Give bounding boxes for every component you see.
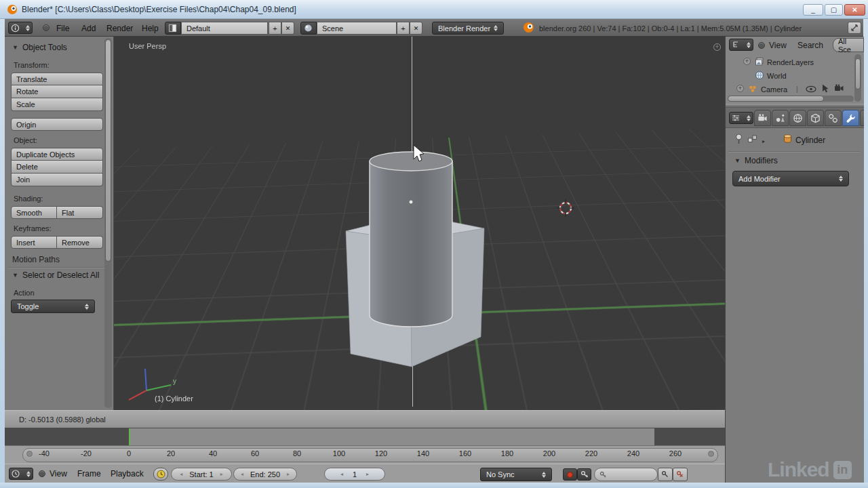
header-collapse-toggle[interactable]	[43, 24, 50, 31]
titlebar[interactable]: Blender* [C:\Users\Class\Desktop\Exercis…	[0, 0, 868, 19]
scrollbar-zoom-handle-left[interactable]	[26, 451, 33, 457]
duplicate-objects-button[interactable]: Duplicate Objects	[11, 148, 103, 161]
outliner-vscrollbar-thumb[interactable]	[855, 58, 861, 89]
expand-icon[interactable]: +	[736, 85, 744, 92]
smooth-button[interactable]: Smooth	[11, 206, 57, 219]
breadcrumb-object-name[interactable]: Cylinder	[795, 136, 825, 145]
decrement-arrow-icon[interactable]: ◂	[340, 471, 343, 477]
insert-keyframe-button[interactable]: Insert	[11, 236, 57, 249]
editor-type-button-timeline[interactable]	[9, 468, 33, 480]
cylinder-object[interactable]	[370, 152, 452, 327]
tab-scene[interactable]	[772, 110, 789, 126]
scene-delete-button[interactable]: ✕	[410, 22, 422, 35]
timeline-editor: -40 -20 0 20 40 60 80 100 120 140 160 18…	[5, 428, 725, 483]
outliner-display-mode-select[interactable]: All Sce	[833, 38, 864, 52]
flat-button[interactable]: Flat	[57, 206, 103, 219]
minimize-button[interactable]: _	[803, 4, 823, 16]
sync-mode-select[interactable]: No Sync	[480, 468, 552, 481]
timeline-menu-frame[interactable]: Frame	[77, 469, 101, 479]
tab-render[interactable]	[754, 110, 771, 126]
viewport-3d[interactable]: User Persp (1) Cylinder y +	[114, 37, 725, 410]
menu-help[interactable]: Help	[142, 24, 159, 33]
outliner-menu-view[interactable]: View	[769, 41, 787, 50]
decrement-arrow-icon[interactable]: ◂	[241, 471, 243, 477]
motion-paths-button[interactable]: Motion Paths	[12, 255, 60, 264]
renderability-camera-icon[interactable]	[834, 84, 844, 92]
scale-button[interactable]: Scale	[11, 98, 103, 111]
scene-add-button[interactable]: +	[397, 22, 410, 35]
outliner-menu-search[interactable]: Search	[797, 41, 823, 50]
layout-add-button[interactable]: +	[269, 22, 281, 35]
outliner-item-world[interactable]: World	[767, 72, 787, 80]
time-toggle-button[interactable]	[153, 468, 168, 481]
editor-type-button-info[interactable]	[8, 22, 33, 34]
expand-icon[interactable]: +	[743, 58, 751, 65]
sync-stepper	[542, 472, 546, 478]
insert-keyframes-button[interactable]	[658, 468, 673, 481]
auto-keyframe-record-button[interactable]	[563, 468, 577, 481]
header-collapse-toggle[interactable]	[39, 470, 45, 477]
screen-layout-field[interactable]: Default	[181, 22, 268, 35]
menu-render[interactable]: Render	[106, 24, 133, 33]
remove-keyframe-button[interactable]: Remove	[57, 236, 103, 249]
maximize-button[interactable]: ▢	[825, 4, 843, 16]
editor-type-button-outliner[interactable]	[729, 39, 753, 51]
timeline-menu-playback[interactable]: Playback	[111, 469, 144, 479]
window-duplicate-button[interactable]	[848, 22, 861, 34]
selectable-cursor-icon[interactable]	[822, 84, 829, 93]
delete-button[interactable]: Delete	[11, 161, 103, 174]
editor-type-stepper	[26, 25, 30, 31]
outliner-item-renderlayers[interactable]: RenderLayers	[767, 58, 814, 66]
render-engine-select[interactable]: Blender Render	[432, 22, 504, 35]
tab-object-data[interactable]	[860, 110, 864, 126]
end-frame-field[interactable]: ◂ End: 250 ▸	[233, 468, 297, 481]
select-deselect-panel-title[interactable]: Select or Deselect All	[22, 270, 99, 280]
current-frame-cursor[interactable]	[129, 428, 130, 445]
panel-collapse-icon[interactable]: ▼	[12, 44, 18, 51]
modifiers-collapse-icon[interactable]: ▼	[734, 157, 741, 164]
current-frame-field[interactable]: ◂ 1 ▸	[324, 468, 385, 481]
scene-icon-button[interactable]	[300, 22, 317, 35]
scene-field[interactable]: Scene	[317, 22, 397, 35]
tab-constraints[interactable]	[825, 110, 842, 126]
screen-layout-icon-button[interactable]	[165, 22, 181, 35]
tab-object[interactable]	[807, 110, 824, 126]
maximize-icon: ▢	[831, 6, 837, 14]
header-collapse-toggle[interactable]	[758, 42, 765, 49]
tab-modifiers[interactable]	[842, 110, 859, 126]
timeline-ruler[interactable]: -40 -20 0 20 40 60 80 100 120 140 160 18…	[5, 445, 725, 464]
action-select[interactable]: Toggle	[11, 300, 95, 313]
breadcrumb-caret-icon: ▸	[762, 138, 765, 144]
breadcrumb-object-icon[interactable]	[747, 134, 758, 144]
pin-icon[interactable]	[734, 134, 744, 144]
decrement-arrow-icon[interactable]: ◂	[180, 471, 182, 477]
keying-set-field[interactable]	[594, 468, 658, 481]
close-button[interactable]: ✕	[844, 4, 865, 16]
visibility-eye-icon[interactable]	[806, 85, 816, 93]
timeline-menu-view[interactable]: View	[50, 469, 67, 479]
tab-world[interactable]	[789, 110, 806, 126]
region-plus-icon[interactable]: +	[713, 43, 721, 51]
menu-file[interactable]: File	[56, 24, 69, 33]
start-frame-field[interactable]: ◂ Start: 1 ▸	[171, 468, 232, 481]
outliner-hscrollbar-thumb[interactable]	[728, 96, 824, 102]
shelf-scrollbar-thumb[interactable]	[105, 39, 111, 262]
delete-keyframes-button[interactable]	[673, 468, 688, 481]
scrollbar-zoom-handle-right[interactable]	[708, 451, 714, 457]
layout-delete-button[interactable]: ✕	[281, 22, 294, 35]
increment-arrow-icon[interactable]: ▸	[366, 471, 369, 477]
increment-arrow-icon[interactable]: ▸	[220, 471, 223, 477]
increment-arrow-icon[interactable]: ▸	[287, 471, 290, 477]
origin-button[interactable]: Origin	[11, 118, 103, 131]
editor-type-button-properties[interactable]	[729, 112, 753, 124]
timeline-track[interactable]	[5, 428, 725, 445]
join-button[interactable]: Join	[11, 174, 103, 186]
add-modifier-select[interactable]: Add Modifier	[732, 171, 849, 186]
object-tools-panel-title[interactable]: Object Tools	[22, 43, 67, 52]
translate-button[interactable]: Translate	[11, 73, 103, 85]
panel-collapse-icon[interactable]: ▼	[12, 272, 18, 279]
rotate-button[interactable]: Rotate	[11, 85, 103, 98]
keying-mode-button[interactable]	[577, 468, 591, 481]
menu-add[interactable]: Add	[81, 24, 96, 33]
outliner-item-camera[interactable]: Camera	[761, 85, 787, 94]
